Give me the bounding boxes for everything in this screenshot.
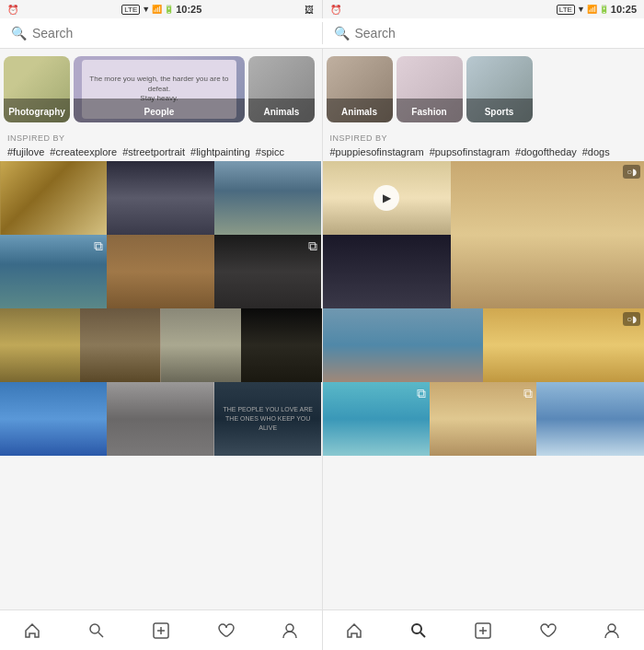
alarm-icon: ⏰ [7, 5, 18, 15]
svg-line-7 [420, 633, 425, 637]
category-animals-right-label: Animals [341, 107, 377, 117]
grid-row-1 [0, 161, 322, 235]
nav-heart-left[interactable] [193, 610, 258, 650]
nav-add-left[interactable] [129, 610, 193, 650]
nav-left [0, 610, 322, 650]
category-animals-right[interactable]: Animals [327, 56, 393, 122]
nav-profile-left[interactable] [258, 610, 322, 650]
signal-icon-r: 📶 [587, 5, 597, 14]
hashtag-r4[interactable]: #dogs [582, 146, 610, 157]
time-right: 10:25 [611, 4, 637, 15]
add-icon-right [474, 621, 492, 640]
video-icon-large-dog: ○◗ [623, 165, 640, 179]
category-photography[interactable]: Photography [4, 56, 70, 122]
photo-eagle[interactable] [323, 308, 484, 382]
photo-lion[interactable] [0, 161, 107, 235]
photo-stone-pillars[interactable] [80, 308, 160, 382]
photo-dark-figure[interactable]: ⧉ [214, 235, 321, 308]
svg-point-11 [608, 624, 615, 632]
photo-wolf[interactable] [107, 382, 213, 456]
status-bar-right: ⏰ LTE ▼ 📶 🔋 10:25 [323, 0, 645, 18]
hashtag-r2[interactable]: #pupsofinstagram [430, 146, 510, 157]
wifi-icon-r: ▼ [577, 5, 585, 14]
play-icon-puppy[interactable]: ▶ [374, 185, 399, 211]
right-grid-row-3: ○◗ [323, 308, 645, 382]
photo-black-panther[interactable] [241, 308, 321, 382]
hashtag-4[interactable]: #lightpainting [190, 146, 250, 157]
nav-search-left[interactable] [64, 610, 129, 650]
nav-search-right[interactable] [386, 610, 451, 650]
photo-italy-map[interactable] [0, 382, 107, 456]
category-people[interactable]: The more you weigh, the harder you are t… [74, 56, 245, 122]
category-photography-label: Photography [8, 107, 65, 117]
grid-row-3 [0, 308, 322, 382]
hashtag-2[interactable]: #createexplore [50, 146, 117, 157]
time-left: 10:25 [176, 4, 201, 15]
battery-icon-r: 🔋 [599, 5, 609, 14]
left-category-scroll[interactable]: Photography The more you weigh, the hard… [0, 49, 322, 130]
bottom-nav [0, 609, 644, 650]
photo-gate[interactable] [161, 308, 241, 382]
photo-large-dog[interactable]: ○◗ [451, 161, 644, 308]
nav-home-right[interactable] [323, 610, 387, 650]
left-photo-grid: ⧉ ⧉ [0, 161, 322, 609]
search-bar-left[interactable]: 🔍 [0, 18, 322, 48]
right-grid-row-4: ⧉ ⧉ [323, 382, 645, 456]
lte-badge: LTE [121, 5, 140, 15]
wifi-icon: ▼ [142, 5, 150, 14]
photo-dog-blue[interactable] [536, 382, 643, 456]
photo-text-photo[interactable]: THE PEOPLE YOU LOVE ARE THE ONES WHO KEE… [214, 382, 321, 456]
category-people-label: People [144, 107, 175, 117]
photo-phone-hand[interactable] [107, 161, 213, 235]
album-icon-2: ⧉ [308, 238, 317, 254]
photo-golden-r[interactable]: ○◗ [483, 308, 644, 382]
nav-heart-right[interactable] [515, 610, 580, 650]
status-icons-left: LTE ▼ 📶 🔋 10:25 [121, 4, 201, 15]
search-input-left[interactable] [32, 26, 311, 41]
hashtag-row-right: #puppiesofinstagram #pupsofinstagram #do… [323, 145, 645, 161]
hashtag-r3[interactable]: #dogoftheday [515, 146, 577, 157]
hashtag-1[interactable]: #fujilove [7, 146, 44, 157]
signal-icon: 📶 [152, 5, 162, 14]
status-icons-right: LTE ▼ 📶 🔋 10:25 [557, 4, 637, 15]
hashtag-3[interactable]: #streetportrait [122, 146, 185, 157]
lte-badge-r: LTE [557, 5, 575, 15]
nav-add-right[interactable] [451, 610, 515, 650]
nav-profile-right[interactable] [580, 610, 644, 650]
home-icon-right [345, 621, 363, 640]
photo-coastal[interactable]: ⧉ [0, 235, 107, 308]
search-icon-left: 🔍 [11, 26, 27, 41]
heart-icon-left [216, 621, 235, 640]
svg-point-0 [90, 624, 99, 633]
photo-two-figures[interactable] [323, 235, 452, 308]
search-icon-nav-right [409, 621, 428, 640]
photo-pool[interactable]: ⧉ [323, 382, 430, 456]
category-fashion[interactable]: Fashion [397, 56, 463, 122]
search-bar-right[interactable]: 🔍 [323, 18, 645, 48]
photo-dog-drink[interactable]: ⧉ [430, 382, 536, 456]
album-icon-dog-drink: ⧉ [523, 386, 533, 401]
photo-puppy[interactable]: ▶ [323, 161, 452, 235]
search-bars: 🔍 🔍 [0, 18, 644, 49]
photo-canyon[interactable] [107, 235, 213, 308]
status-bars: ⏰ LTE ▼ 📶 🔋 10:25 🖼 ⏰ LTE ▼ 📶 🔋 10:25 [0, 0, 644, 18]
add-icon-left [152, 621, 170, 640]
category-sports[interactable]: Sports [466, 56, 533, 122]
search-input-right[interactable] [355, 26, 634, 41]
category-animals-left[interactable]: Animals [248, 56, 315, 122]
heart-icon-right [538, 621, 557, 640]
profile-icon-left [281, 621, 299, 640]
home-icon-left [23, 621, 41, 640]
photo-back-view[interactable] [214, 161, 321, 235]
hashtag-5[interactable]: #spicc [256, 146, 284, 157]
right-photo-grid: ▶ ○◗ ○◗ [323, 161, 645, 609]
nav-right [323, 610, 645, 650]
inspired-by-right: INSPIRED BY [323, 130, 645, 145]
right-category-scroll[interactable]: Animals Fashion Sports [323, 49, 645, 130]
photo-lion-cubs[interactable] [0, 308, 80, 382]
battery-icon: 🔋 [164, 5, 174, 14]
left-panel: Photography The more you weigh, the hard… [0, 49, 323, 609]
hashtag-r1[interactable]: #puppiesofinstagram [330, 146, 424, 157]
svg-line-1 [98, 633, 103, 637]
nav-home-left[interactable] [0, 610, 64, 650]
